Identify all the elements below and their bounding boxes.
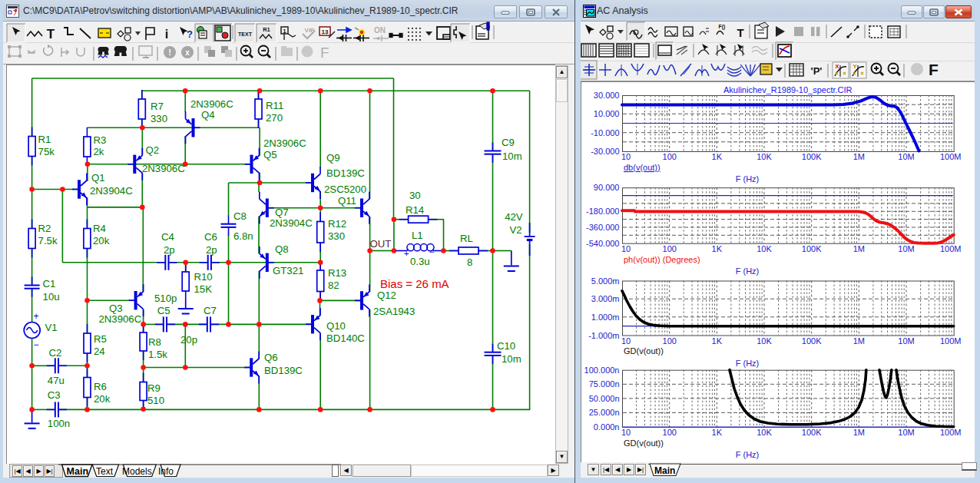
svg-text:8: 8 <box>467 256 472 268</box>
svg-text:10u: 10u <box>43 291 60 303</box>
svg-text:ph(v(out)) (Degrees): ph(v(out)) (Degrees) <box>624 255 700 264</box>
svg-text:F: F <box>320 45 329 61</box>
svg-text:100M: 100M <box>940 336 962 346</box>
svg-text:R7: R7 <box>151 101 164 112</box>
svg-text:C3: C3 <box>48 389 61 401</box>
svg-text:2p: 2p <box>164 244 175 256</box>
svg-text:30.000: 30.000 <box>594 91 620 100</box>
svg-text:100: 100 <box>663 336 677 346</box>
svg-text:10: 10 <box>621 244 631 253</box>
svg-text:100K: 100K <box>802 244 822 253</box>
svg-text:10M: 10M <box>898 428 914 437</box>
svg-text:R3: R3 <box>94 134 107 146</box>
svg-text:F (Hz): F (Hz) <box>736 359 760 368</box>
svg-text:100M: 100M <box>940 152 962 161</box>
svg-text:100: 100 <box>663 244 677 253</box>
svg-text:C4: C4 <box>161 231 174 243</box>
svg-text:15K: 15K <box>194 283 213 295</box>
svg-text:7.5k: 7.5k <box>38 235 58 246</box>
svg-text:F (Hz): F (Hz) <box>736 174 760 184</box>
svg-text:-180.000: -180.000 <box>586 207 619 216</box>
svg-text:25.000n: 25.000n <box>589 408 620 417</box>
svg-text:1.5k: 1.5k <box>148 349 167 360</box>
svg-text:100K: 100K <box>802 428 822 437</box>
svg-text:10M: 10M <box>898 336 914 346</box>
svg-text:R4: R4 <box>93 223 106 234</box>
svg-text:Q9: Q9 <box>326 152 340 164</box>
svg-text:C5: C5 <box>157 305 171 316</box>
svg-text:100K: 100K <box>802 336 822 346</box>
svg-text:1K: 1K <box>712 152 723 161</box>
svg-text:R6: R6 <box>94 381 107 392</box>
svg-text:GD(v(out)): GD(v(out)) <box>624 346 664 356</box>
svg-text:100M: 100M <box>940 244 962 253</box>
svg-text:Q11: Q11 <box>338 195 356 207</box>
svg-text:10K: 10K <box>757 244 772 253</box>
svg-text:330: 330 <box>328 230 345 242</box>
svg-text:10K: 10K <box>757 428 772 437</box>
svg-text:100: 100 <box>663 428 677 437</box>
svg-text:Q7: Q7 <box>275 207 289 218</box>
svg-text:10M: 10M <box>898 244 914 253</box>
svg-text:Q1: Q1 <box>91 172 105 184</box>
svg-text:F (Hz): F (Hz) <box>736 266 760 276</box>
svg-text:-30.000: -30.000 <box>591 147 619 156</box>
svg-text:2N3904C: 2N3904C <box>270 217 313 229</box>
svg-text:C10: C10 <box>497 340 515 352</box>
svg-text:10m: 10m <box>502 353 521 365</box>
svg-text:Q8: Q8 <box>275 243 289 255</box>
svg-text:F: F <box>929 61 939 78</box>
svg-text:V2: V2 <box>510 224 522 236</box>
svg-text:10K: 10K <box>757 336 772 346</box>
svg-text:Main: Main <box>67 466 88 477</box>
svg-text:2SC5200: 2SC5200 <box>324 184 366 195</box>
svg-text:1K: 1K <box>712 336 723 346</box>
svg-text:-360.000: -360.000 <box>586 223 619 232</box>
svg-text:BD139C: BD139C <box>264 365 303 376</box>
svg-text:Q2: Q2 <box>146 144 160 156</box>
svg-text:5.000m: 5.000m <box>591 276 620 286</box>
svg-text:−: − <box>34 339 39 350</box>
svg-text:3.000m: 3.000m <box>591 294 620 303</box>
svg-text:R10: R10 <box>194 271 213 283</box>
svg-text:90.000: 90.000 <box>594 183 620 192</box>
svg-text:R11: R11 <box>266 100 283 111</box>
svg-text:BD139C: BD139C <box>326 167 365 179</box>
svg-text:50.000n: 50.000n <box>589 394 620 403</box>
svg-text:R9: R9 <box>147 382 161 394</box>
svg-text:GD(v(out)): GD(v(out)) <box>624 438 664 448</box>
svg-text:2SA1943: 2SA1943 <box>373 306 415 317</box>
svg-text:!: ! <box>168 48 171 57</box>
svg-text:1M: 1M <box>853 152 865 161</box>
svg-text:-540.000: -540.000 <box>586 239 619 248</box>
svg-text:C7: C7 <box>204 305 217 316</box>
svg-text:TEXT: TEXT <box>238 31 253 37</box>
svg-text:-10.000: -10.000 <box>591 128 619 137</box>
svg-text:RL: RL <box>460 233 473 244</box>
svg-text:510p: 510p <box>154 293 177 304</box>
svg-text:F(): F() <box>719 24 726 30</box>
svg-text:i: i <box>165 28 168 41</box>
svg-text:Text: Text <box>96 466 114 477</box>
svg-text:1M: 1M <box>853 336 865 346</box>
svg-text:1K: 1K <box>712 428 723 437</box>
svg-text:R13: R13 <box>328 267 346 279</box>
svg-text:R1: R1 <box>38 134 51 145</box>
svg-text:Akulinichev_R1989-10_spectr.CI: Akulinichev_R1989-10_spectr.CIR <box>723 85 853 94</box>
svg-text:Q3: Q3 <box>109 303 123 314</box>
svg-text:47u: 47u <box>48 375 65 386</box>
svg-text:Q4: Q4 <box>201 109 215 121</box>
svg-text:0.000n: 0.000n <box>594 422 620 432</box>
svg-text:C1: C1 <box>43 278 56 289</box>
svg-text:100: 100 <box>663 152 677 161</box>
svg-text:510: 510 <box>147 395 164 406</box>
svg-text:V1: V1 <box>45 322 57 333</box>
svg-text:100n: 100n <box>48 418 70 429</box>
svg-text:F (Hz): F (Hz) <box>736 450 760 459</box>
svg-text:GT321: GT321 <box>273 265 303 276</box>
svg-text:10M: 10M <box>898 152 914 161</box>
svg-text:82: 82 <box>328 280 339 291</box>
svg-text:1: 1 <box>283 28 286 35</box>
svg-text:2N3906C: 2N3906C <box>99 313 142 325</box>
svg-text:db(v(out)): db(v(out)) <box>624 163 661 172</box>
